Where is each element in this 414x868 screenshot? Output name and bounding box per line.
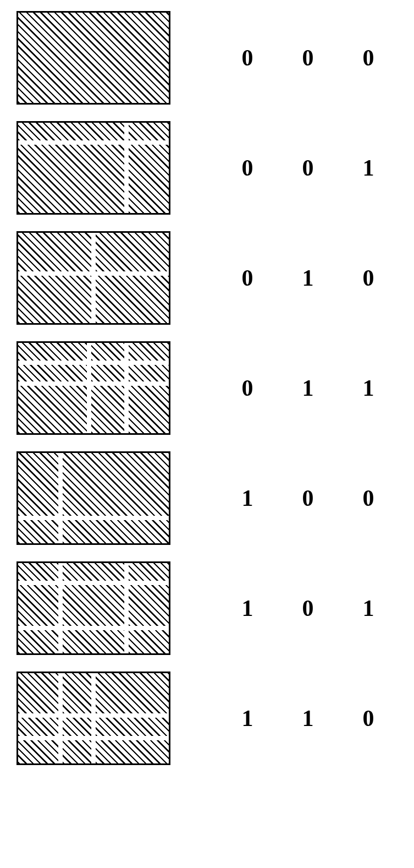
diagram-row-5: 101 xyxy=(16,561,398,655)
code-bit: 1 xyxy=(357,155,379,181)
code-bit: 1 xyxy=(236,705,258,731)
diagram-row-6: 110 xyxy=(16,672,398,765)
partition-cell xyxy=(18,585,58,626)
partition-cell xyxy=(63,740,91,763)
partition-cell xyxy=(63,520,169,543)
code-bit: 0 xyxy=(297,485,319,511)
partition-cell xyxy=(63,718,91,736)
partition-cell xyxy=(63,673,91,713)
code-bit: 1 xyxy=(297,265,319,291)
diagram-row-1: 001 xyxy=(16,121,398,215)
partition-cell xyxy=(129,563,169,581)
partition-cell xyxy=(18,718,58,736)
partition-cell xyxy=(91,365,125,381)
binary-code: 010 xyxy=(236,265,379,291)
partition-cell xyxy=(129,365,169,381)
partition-cell xyxy=(129,386,169,433)
partition-cell xyxy=(129,585,169,626)
partition-cell xyxy=(18,13,169,103)
partition-cell xyxy=(91,386,125,433)
diagram-row-0: 000 xyxy=(16,11,398,105)
partition-cell xyxy=(91,343,125,361)
code-bit: 0 xyxy=(357,265,379,291)
binary-code: 101 xyxy=(236,595,379,621)
partition-cell xyxy=(18,630,58,653)
partition-diagram xyxy=(16,11,170,105)
code-bit: 0 xyxy=(297,595,319,621)
diagram-row-4: 100 xyxy=(16,451,398,545)
binary-code: 001 xyxy=(236,155,379,181)
code-bit: 0 xyxy=(357,45,379,71)
code-bit: 0 xyxy=(297,45,319,71)
partition-cell xyxy=(18,520,58,543)
partition-cell xyxy=(129,343,169,361)
code-bit: 0 xyxy=(236,45,258,71)
partition-cell xyxy=(18,563,58,581)
code-bit: 0 xyxy=(297,155,319,181)
binary-code: 110 xyxy=(236,705,379,731)
code-bit: 0 xyxy=(236,265,258,291)
code-bit: 1 xyxy=(236,595,258,621)
partition-cell xyxy=(96,673,169,713)
partition-diagram xyxy=(16,672,170,765)
partition-cell xyxy=(18,145,124,213)
partition-cell xyxy=(63,630,125,653)
partition-cell xyxy=(18,123,124,140)
partition-cell xyxy=(63,563,125,581)
partition-cell xyxy=(63,585,125,626)
diagram-container: 000001010011100101110 xyxy=(16,11,398,765)
code-bit: 0 xyxy=(357,485,379,511)
partition-diagram xyxy=(16,561,170,655)
partition-cell xyxy=(18,343,87,361)
code-bit: 1 xyxy=(357,375,379,401)
code-bit: 0 xyxy=(236,375,258,401)
binary-code: 100 xyxy=(236,485,379,511)
partition-cell xyxy=(129,630,169,653)
code-bit: 1 xyxy=(236,485,258,511)
partition-cell xyxy=(18,740,58,763)
partition-cell xyxy=(96,718,169,736)
diagram-row-2: 010 xyxy=(16,231,398,325)
partition-diagram xyxy=(16,121,170,215)
partition-cell xyxy=(96,740,169,763)
partition-cell xyxy=(96,276,169,323)
partition-diagram xyxy=(16,451,170,545)
partition-cell xyxy=(18,453,58,516)
code-bit: 1 xyxy=(357,595,379,621)
partition-cell xyxy=(129,145,169,213)
partition-cell xyxy=(18,233,91,271)
partition-cell xyxy=(63,453,169,516)
diagram-row-3: 011 xyxy=(16,341,398,435)
partition-diagram xyxy=(16,341,170,435)
partition-diagram xyxy=(16,231,170,325)
partition-cell xyxy=(18,276,91,323)
binary-code: 000 xyxy=(236,45,379,71)
partition-cell xyxy=(18,365,87,381)
code-bit: 1 xyxy=(297,705,319,731)
binary-code: 011 xyxy=(236,375,379,401)
code-bit: 1 xyxy=(297,375,319,401)
code-bit: 0 xyxy=(236,155,258,181)
partition-cell xyxy=(129,123,169,140)
code-bit: 0 xyxy=(357,705,379,731)
partition-cell xyxy=(18,386,87,433)
partition-cell xyxy=(18,673,58,713)
partition-cell xyxy=(96,233,169,271)
